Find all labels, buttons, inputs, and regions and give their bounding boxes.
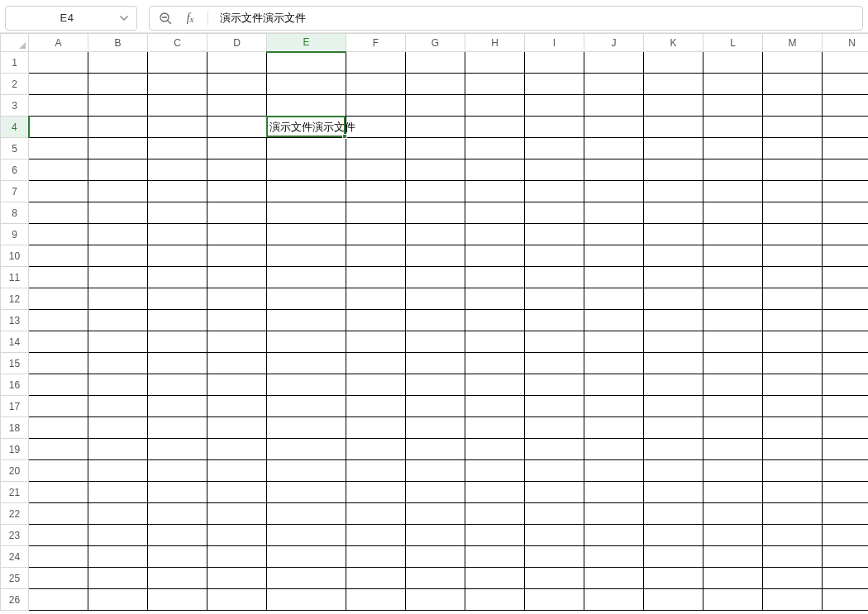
cell-B19[interactable] bbox=[88, 439, 148, 460]
cell-N2[interactable] bbox=[823, 74, 869, 95]
cell-B23[interactable] bbox=[88, 525, 148, 546]
cell-E24[interactable] bbox=[267, 546, 346, 568]
cell-I20[interactable] bbox=[525, 460, 584, 482]
cell-N24[interactable] bbox=[823, 546, 869, 568]
cell-B1[interactable] bbox=[88, 52, 148, 74]
cell-C6[interactable] bbox=[148, 159, 207, 181]
cell-G2[interactable] bbox=[406, 74, 465, 95]
cell-M13[interactable] bbox=[763, 310, 823, 331]
row-header-22[interactable]: 22 bbox=[1, 503, 29, 525]
cell-L22[interactable] bbox=[703, 503, 763, 525]
cell-C7[interactable] bbox=[148, 181, 207, 202]
cell-H10[interactable] bbox=[465, 245, 525, 267]
cell-E8[interactable] bbox=[267, 202, 346, 224]
cell-K16[interactable] bbox=[644, 374, 703, 396]
cell-C5[interactable] bbox=[148, 138, 207, 159]
cell-I14[interactable] bbox=[525, 331, 584, 353]
cell-G23[interactable] bbox=[406, 525, 465, 546]
cell-I3[interactable] bbox=[525, 95, 584, 117]
cell-M20[interactable] bbox=[763, 460, 823, 482]
cell-J14[interactable] bbox=[584, 331, 644, 353]
cell-F5[interactable] bbox=[346, 138, 406, 159]
cell-D24[interactable] bbox=[207, 546, 267, 568]
cell-H20[interactable] bbox=[465, 460, 525, 482]
cell-B4[interactable] bbox=[88, 117, 148, 138]
cell-I12[interactable] bbox=[525, 288, 584, 310]
cell-H25[interactable] bbox=[465, 568, 525, 589]
cell-D21[interactable] bbox=[207, 482, 267, 503]
cell-C26[interactable] bbox=[148, 589, 207, 611]
cell-B10[interactable] bbox=[88, 245, 148, 267]
cell-C20[interactable] bbox=[148, 460, 207, 482]
cell-N9[interactable] bbox=[823, 224, 869, 245]
cell-A5[interactable] bbox=[29, 138, 88, 159]
cell-G26[interactable] bbox=[406, 589, 465, 611]
cell-D14[interactable] bbox=[207, 331, 267, 353]
cell-F15[interactable] bbox=[346, 353, 406, 374]
cell-H12[interactable] bbox=[465, 288, 525, 310]
cell-M3[interactable] bbox=[763, 95, 823, 117]
cell-L2[interactable] bbox=[703, 74, 763, 95]
cell-H24[interactable] bbox=[465, 546, 525, 568]
cell-F18[interactable] bbox=[346, 417, 406, 439]
row-header-24[interactable]: 24 bbox=[1, 546, 29, 568]
cell-B2[interactable] bbox=[88, 74, 148, 95]
cell-C3[interactable] bbox=[148, 95, 207, 117]
cell-H2[interactable] bbox=[465, 74, 525, 95]
cell-K26[interactable] bbox=[644, 589, 703, 611]
cell-E21[interactable] bbox=[267, 482, 346, 503]
row-header-25[interactable]: 25 bbox=[1, 568, 29, 589]
cell-G13[interactable] bbox=[406, 310, 465, 331]
cell-N16[interactable] bbox=[823, 374, 869, 396]
cell-C9[interactable] bbox=[148, 224, 207, 245]
cell-A25[interactable] bbox=[29, 568, 88, 589]
cell-F20[interactable] bbox=[346, 460, 406, 482]
cell-K25[interactable] bbox=[644, 568, 703, 589]
cell-D8[interactable] bbox=[207, 202, 267, 224]
cell-A15[interactable] bbox=[29, 353, 88, 374]
cell-I13[interactable] bbox=[525, 310, 584, 331]
cell-E11[interactable] bbox=[267, 267, 346, 288]
column-header-H[interactable]: H bbox=[465, 34, 525, 52]
cell-M23[interactable] bbox=[763, 525, 823, 546]
cell-B15[interactable] bbox=[88, 353, 148, 374]
cell-E4[interactable]: 演示文件演示文件 bbox=[267, 117, 346, 138]
cell-N13[interactable] bbox=[823, 310, 869, 331]
cell-J5[interactable] bbox=[584, 138, 644, 159]
fx-icon[interactable]: fx bbox=[183, 11, 198, 26]
cell-J3[interactable] bbox=[584, 95, 644, 117]
cell-H13[interactable] bbox=[465, 310, 525, 331]
cell-B5[interactable] bbox=[88, 138, 148, 159]
column-header-E[interactable]: E bbox=[267, 34, 346, 52]
cell-G22[interactable] bbox=[406, 503, 465, 525]
cell-H4[interactable] bbox=[465, 117, 525, 138]
row-header-3[interactable]: 3 bbox=[1, 95, 29, 117]
cell-F17[interactable] bbox=[346, 396, 406, 417]
cell-L6[interactable] bbox=[703, 159, 763, 181]
cell-M6[interactable] bbox=[763, 159, 823, 181]
cell-C21[interactable] bbox=[148, 482, 207, 503]
cell-G7[interactable] bbox=[406, 181, 465, 202]
cell-C16[interactable] bbox=[148, 374, 207, 396]
cell-C2[interactable] bbox=[148, 74, 207, 95]
cell-K3[interactable] bbox=[644, 95, 703, 117]
cell-B21[interactable] bbox=[88, 482, 148, 503]
cell-N1[interactable] bbox=[823, 52, 869, 74]
column-header-M[interactable]: M bbox=[763, 34, 823, 52]
cell-M16[interactable] bbox=[763, 374, 823, 396]
cell-L5[interactable] bbox=[703, 138, 763, 159]
cell-D9[interactable] bbox=[207, 224, 267, 245]
cell-L21[interactable] bbox=[703, 482, 763, 503]
cell-D12[interactable] bbox=[207, 288, 267, 310]
cell-N19[interactable] bbox=[823, 439, 869, 460]
cell-B7[interactable] bbox=[88, 181, 148, 202]
row-header-8[interactable]: 8 bbox=[1, 202, 29, 224]
cell-A18[interactable] bbox=[29, 417, 88, 439]
cell-H3[interactable] bbox=[465, 95, 525, 117]
cell-I7[interactable] bbox=[525, 181, 584, 202]
cell-C4[interactable] bbox=[148, 117, 207, 138]
cell-D2[interactable] bbox=[207, 74, 267, 95]
cell-I15[interactable] bbox=[525, 353, 584, 374]
cell-J11[interactable] bbox=[584, 267, 644, 288]
cell-A11[interactable] bbox=[29, 267, 88, 288]
